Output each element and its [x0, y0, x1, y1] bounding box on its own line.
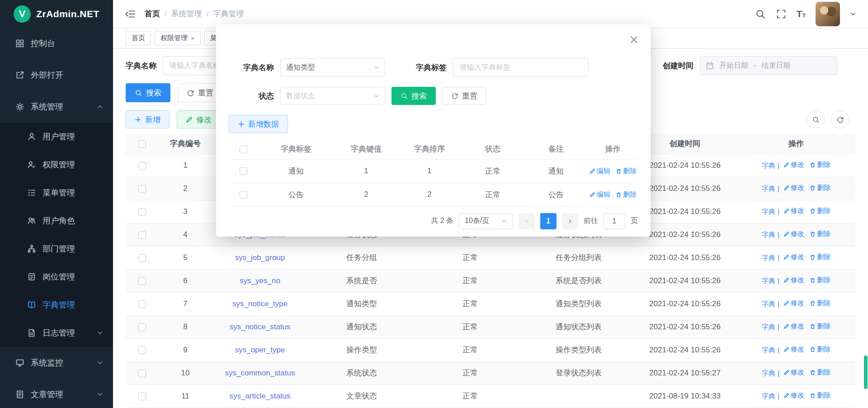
edit-button[interactable]: 修改: [177, 110, 221, 128]
dict-type-link[interactable]: sys_oper_type: [235, 346, 285, 354]
row-edit-link[interactable]: 编辑: [590, 167, 610, 176]
row-delete-link[interactable]: 删除: [810, 391, 830, 400]
next-page-button[interactable]: ›: [562, 213, 578, 229]
dict-data-link[interactable]: 字典: [762, 392, 775, 401]
row-delete-link[interactable]: 删除: [810, 345, 830, 354]
row-checkbox[interactable]: [138, 393, 146, 400]
row-checkbox[interactable]: [138, 277, 146, 285]
toggle-search-button[interactable]: [807, 110, 825, 128]
date-range-picker[interactable]: 开始日期 - 结束日期: [700, 56, 837, 75]
row-delete-link[interactable]: 删除: [810, 161, 830, 169]
prev-page-button[interactable]: ‹: [519, 213, 535, 229]
sidebar-item-menus[interactable]: 菜单管理: [0, 179, 113, 207]
row-checkbox[interactable]: [240, 191, 247, 199]
sidebar-fold-icon[interactable]: [125, 9, 136, 19]
dialog-add-data-button[interactable]: 新增数据: [229, 115, 288, 133]
breadcrumb-home[interactable]: 首页: [145, 9, 160, 19]
sidebar-item-roles[interactable]: 用户角色: [0, 207, 113, 235]
sidebar-item-posts[interactable]: 岗位管理: [0, 263, 113, 291]
dict-data-link[interactable]: 字典: [762, 208, 775, 216]
dict-type-link[interactable]: sys_job_group: [235, 253, 285, 262]
dict-type-link[interactable]: sys_yes_no: [240, 276, 280, 285]
row-delete-link[interactable]: 删除: [810, 322, 830, 331]
row-checkbox[interactable]: [138, 254, 146, 262]
row-edit-link[interactable]: 修改: [783, 184, 804, 192]
row-delete-link[interactable]: 删除: [810, 230, 830, 238]
sidebar-item-dashboard[interactable]: 控制台: [0, 28, 113, 59]
row-delete-link[interactable]: 删除: [810, 368, 830, 377]
row-edit-link[interactable]: 修改: [783, 276, 804, 285]
sidebar-item-dict[interactable]: 字典管理: [0, 291, 113, 319]
sidebar-item-external[interactable]: 外部打开: [0, 59, 113, 91]
dict-data-link[interactable]: 字典: [762, 369, 775, 378]
caret-down-icon[interactable]: [850, 11, 856, 17]
row-checkbox[interactable]: [138, 208, 146, 216]
row-edit-link[interactable]: 修改: [783, 391, 804, 400]
status-select[interactable]: 数据状态: [280, 87, 385, 105]
row-edit-link[interactable]: 修改: [783, 207, 804, 215]
row-checkbox[interactable]: [138, 185, 146, 193]
row-edit-link[interactable]: 修改: [783, 299, 804, 308]
window-scrollbar-thumb[interactable]: [864, 356, 868, 389]
goto-page-input[interactable]: [604, 213, 625, 229]
dialog-search-button[interactable]: 搜索: [392, 87, 436, 105]
page-size-select[interactable]: 10条/页: [459, 213, 513, 229]
dict-data-link[interactable]: 字典: [762, 300, 775, 308]
row-delete-link[interactable]: 删除: [810, 299, 830, 308]
dict-type-link[interactable]: sys_notice_status: [229, 323, 290, 331]
dict-label-input[interactable]: [453, 58, 589, 77]
row-delete-link[interactable]: 删除: [810, 207, 830, 215]
row-delete-link[interactable]: 删除: [810, 184, 830, 192]
breadcrumb-system[interactable]: 系统管理: [171, 9, 202, 19]
select-all-checkbox[interactable]: [138, 140, 146, 148]
dialog-select-all-checkbox[interactable]: [240, 146, 247, 153]
tag-permissions[interactable]: 权限管理 ×: [155, 31, 201, 45]
dict-data-link[interactable]: 字典: [762, 161, 775, 170]
row-checkbox[interactable]: [138, 323, 146, 331]
row-delete-link[interactable]: 删除: [810, 253, 830, 261]
search-button[interactable]: 搜索: [126, 83, 170, 102]
close-icon[interactable]: ×: [629, 33, 639, 45]
refresh-table-button[interactable]: [831, 110, 849, 128]
row-edit-link[interactable]: 修改: [783, 345, 804, 354]
dict-type-link[interactable]: sys_notice_type: [232, 299, 288, 308]
row-checkbox[interactable]: [138, 162, 146, 170]
row-edit-link[interactable]: 修改: [783, 161, 804, 169]
dict-name-select[interactable]: 通知类型: [280, 58, 385, 76]
tag-home[interactable]: 首页: [126, 31, 151, 45]
dict-data-link[interactable]: 字典: [762, 185, 775, 193]
sidebar-item-logs[interactable]: 日志管理: [0, 319, 113, 347]
row-delete-link[interactable]: 删除: [616, 190, 637, 199]
dict-data-link[interactable]: 字典: [762, 277, 775, 285]
dict-type-link[interactable]: sys_article_status: [229, 392, 290, 400]
row-checkbox[interactable]: [240, 167, 247, 175]
dialog-reset-button[interactable]: 重置: [442, 87, 486, 105]
row-edit-link[interactable]: 编辑: [590, 190, 610, 199]
current-page-button[interactable]: 1: [540, 213, 557, 229]
row-edit-link[interactable]: 修改: [783, 322, 804, 331]
row-checkbox[interactable]: [138, 370, 146, 377]
dict-type-link[interactable]: sys_common_status: [225, 369, 295, 377]
row-delete-link[interactable]: 删除: [810, 276, 830, 285]
row-edit-link[interactable]: 修改: [783, 230, 804, 238]
sidebar-item-permissions[interactable]: 权限管理: [0, 151, 113, 179]
row-edit-link[interactable]: 修改: [783, 368, 804, 377]
sidebar-item-articles[interactable]: 文章管理: [0, 379, 113, 408]
row-edit-link[interactable]: 修改: [783, 253, 804, 261]
dict-data-link[interactable]: 字典: [762, 254, 775, 262]
search-icon[interactable]: [755, 9, 766, 19]
font-size-icon[interactable]: TT: [797, 9, 806, 19]
tag-close-icon[interactable]: ×: [191, 35, 195, 42]
sidebar-item-monitor[interactable]: 系统监控: [0, 347, 113, 379]
add-button[interactable]: 新增: [126, 110, 170, 128]
row-delete-link[interactable]: 删除: [616, 167, 637, 176]
dict-data-link[interactable]: 字典: [762, 323, 775, 332]
row-checkbox[interactable]: [138, 300, 146, 308]
sidebar-item-system[interactable]: 系统管理: [0, 91, 113, 123]
row-checkbox[interactable]: [138, 231, 146, 239]
row-checkbox[interactable]: [138, 346, 146, 354]
dict-data-link[interactable]: 字典: [762, 346, 775, 355]
sidebar-item-users[interactable]: 用户管理: [0, 123, 113, 151]
avatar[interactable]: [816, 2, 840, 26]
sidebar-item-departments[interactable]: 部门管理: [0, 235, 113, 263]
